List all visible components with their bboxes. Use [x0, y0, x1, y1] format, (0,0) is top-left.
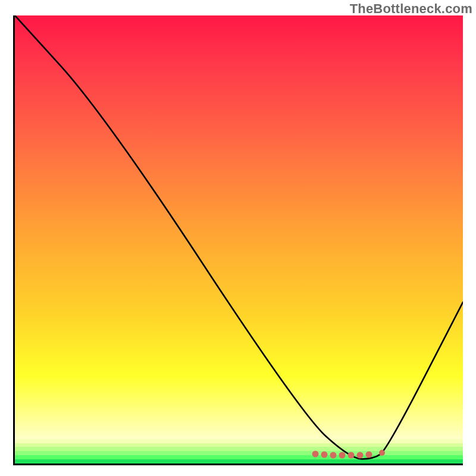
plot-area: [13, 15, 463, 465]
chart-container: TheBottleneck.com: [0, 0, 476, 476]
curve-layer: [15, 15, 463, 464]
watermark-text: TheBottleneck.com: [350, 1, 472, 17]
bottleneck-curve: [15, 15, 463, 459]
